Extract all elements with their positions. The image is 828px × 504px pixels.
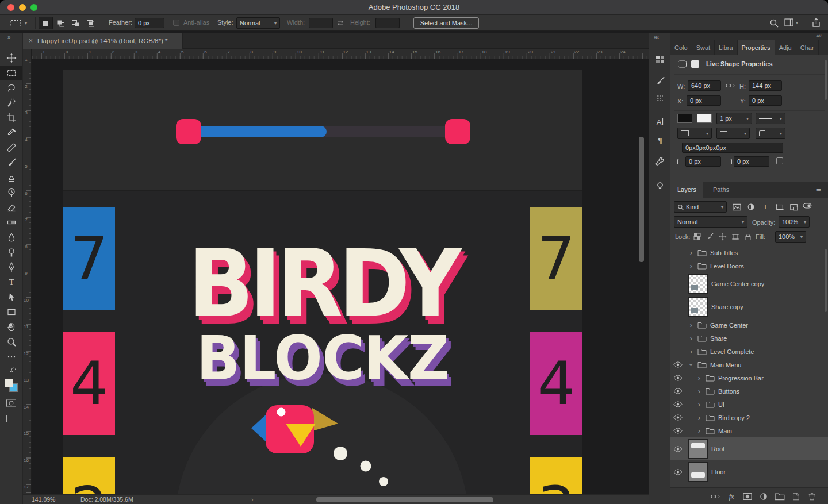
learn-panel-icon[interactable] <box>649 179 671 194</box>
path-selection-tool[interactable] <box>0 290 22 305</box>
group-expand-arrow[interactable]: › <box>688 347 694 356</box>
dodge-tool[interactable] <box>0 245 22 260</box>
hand-tool[interactable] <box>0 320 22 334</box>
spot-healing-brush-tool[interactable] <box>0 140 22 155</box>
group-expand-arrow[interactable]: › <box>696 387 702 395</box>
group-expand-arrow[interactable]: › <box>688 321 694 329</box>
tab-paths[interactable]: Paths <box>706 182 736 198</box>
group-expand-arrow[interactable]: › <box>687 362 696 368</box>
eyedropper-tool[interactable] <box>0 125 22 140</box>
stroke-type-select[interactable]: ▾ <box>756 113 785 124</box>
group-expand-arrow[interactable]: › <box>696 413 702 422</box>
opacity-input[interactable]: 100%▾ <box>779 216 810 228</box>
layer-row[interactable]: ›Level Complete <box>670 345 828 358</box>
panel-tab-colo[interactable]: Colo <box>670 40 692 55</box>
rectangle-tool[interactable] <box>0 305 22 320</box>
blur-tool[interactable] <box>0 230 22 245</box>
shape-layer-filter-icon[interactable] <box>773 202 786 212</box>
share-icon[interactable] <box>812 18 821 28</box>
brush-panel-icon[interactable] <box>649 74 671 89</box>
group-expand-arrow[interactable]: › <box>688 334 694 343</box>
shape-width-input[interactable]: 640 px <box>688 80 721 91</box>
panel-tab-libra[interactable]: Libra <box>715 40 737 55</box>
zoom-window-button[interactable] <box>30 4 37 11</box>
layer-thumbnail[interactable] <box>688 297 708 317</box>
layer-style-fx-icon[interactable]: fx <box>726 491 737 502</box>
layer-row[interactable]: ›UI <box>670 398 828 411</box>
layer-row[interactable]: ›Share <box>670 332 828 345</box>
link-layers-icon[interactable] <box>710 491 721 502</box>
visibility-toggle[interactable] <box>670 332 685 345</box>
fill-input[interactable]: 100%▾ <box>775 231 806 243</box>
vertical-ruler[interactable]: 1234567891011121314151617 <box>23 59 32 494</box>
horizontal-ruler[interactable]: 1012345678910111213141516171819202122232… <box>32 49 649 59</box>
visibility-toggle[interactable] <box>670 259 685 272</box>
layers-scrollbar-thumb[interactable] <box>825 249 827 312</box>
panel-tab-swat[interactable]: Swat <box>692 40 715 55</box>
close-window-button[interactable] <box>7 4 14 11</box>
tool-preset-picker[interactable]: ▾ <box>5 17 32 29</box>
shape-height-input[interactable]: 144 px <box>749 80 782 91</box>
layer-row[interactable]: ›Game Center <box>670 318 828 332</box>
add-to-selection-button[interactable] <box>53 17 68 29</box>
visibility-eye-icon[interactable] <box>670 398 685 411</box>
search-icon[interactable] <box>769 18 779 28</box>
visibility-eye-icon[interactable] <box>670 411 685 424</box>
horizontal-scrollbar-thumb[interactable] <box>316 497 493 502</box>
edit-toolbar-button[interactable] <box>0 349 22 364</box>
swap-width-height-icon[interactable] <box>336 20 344 26</box>
stroke-width-select[interactable]: 1 px▾ <box>716 113 752 124</box>
properties-scrollbar-thumb[interactable] <box>825 60 827 100</box>
zoom-level[interactable]: 141.09% <box>32 496 55 503</box>
lock-pixels-icon[interactable] <box>705 232 715 241</box>
blend-mode-select[interactable]: Normal▾ <box>674 216 747 228</box>
layer-row[interactable]: ›Sub Titles <box>670 246 828 259</box>
panel-tab-properties[interactable]: Properties <box>738 40 775 55</box>
swap-colors-icon[interactable] <box>10 367 18 374</box>
link-dimensions-icon[interactable] <box>726 82 735 90</box>
workspace-switcher[interactable]: ▾ <box>784 18 798 26</box>
subtract-from-selection-button[interactable] <box>68 17 83 29</box>
tab-layers[interactable]: Layers <box>670 182 703 198</box>
scrollbar-thumb[interactable] <box>639 137 644 262</box>
paragraph-panel-icon[interactable]: ¶ <box>649 133 671 148</box>
visibility-toggle[interactable] <box>670 246 685 259</box>
visibility-toggle[interactable] <box>670 272 685 295</box>
layer-thumbnail[interactable] <box>688 439 708 459</box>
crop-tool[interactable] <box>0 110 22 125</box>
type-tool[interactable]: T <box>0 275 22 290</box>
group-expand-arrow[interactable]: › <box>696 426 702 435</box>
shape-y-input[interactable]: 0 px <box>749 95 782 106</box>
layer-row[interactable]: Roof <box>670 437 828 460</box>
type-layer-filter-icon[interactable]: T <box>759 202 772 212</box>
ruler-origin[interactable] <box>23 49 32 59</box>
history-brush-tool[interactable] <box>0 185 22 200</box>
character-panel-icon[interactable]: A <box>649 114 671 129</box>
layer-row[interactable]: ›Level Doors <box>670 259 828 272</box>
panel-menu-icon[interactable]: ≡ <box>816 185 821 194</box>
new-selection-button[interactable] <box>39 17 53 29</box>
collapse-tools-icon[interactable]: » <box>7 34 10 40</box>
stroke-color-swatch[interactable] <box>697 114 712 123</box>
canvas-vertical-scrollbar[interactable] <box>638 59 645 494</box>
layer-row[interactable]: ›Bird copy 2 <box>670 411 828 424</box>
link-radii-icon[interactable] <box>776 157 783 164</box>
move-tool[interactable] <box>0 51 22 66</box>
tool-presets-panel-icon[interactable] <box>649 154 671 169</box>
add-mask-icon[interactable] <box>742 491 753 502</box>
new-layer-icon[interactable] <box>790 491 802 502</box>
layer-row[interactable]: ›Progression Bar <box>670 371 828 384</box>
style-select[interactable]: Normal▾ <box>236 17 280 29</box>
shape-x-input[interactable]: 0 px <box>687 95 721 106</box>
adjustment-layer-filter-icon[interactable] <box>745 202 757 212</box>
visibility-eye-icon[interactable] <box>670 460 685 483</box>
stroke-caps-select[interactable]: ▾ <box>716 128 750 139</box>
lock-transparency-icon[interactable] <box>692 232 703 241</box>
rectangular-marquee-tool[interactable] <box>0 66 22 80</box>
adjustment-fill-icon[interactable] <box>758 491 769 502</box>
intersect-with-selection-button[interactable] <box>83 17 98 29</box>
document-tab[interactable]: × FlappyFireUp.psd @ 141% (Roof, RGB/8*)… <box>23 33 183 49</box>
feather-input[interactable]: 0 px <box>135 18 164 28</box>
quick-selection-tool[interactable] <box>0 95 22 110</box>
gradient-tool[interactable] <box>0 215 22 230</box>
